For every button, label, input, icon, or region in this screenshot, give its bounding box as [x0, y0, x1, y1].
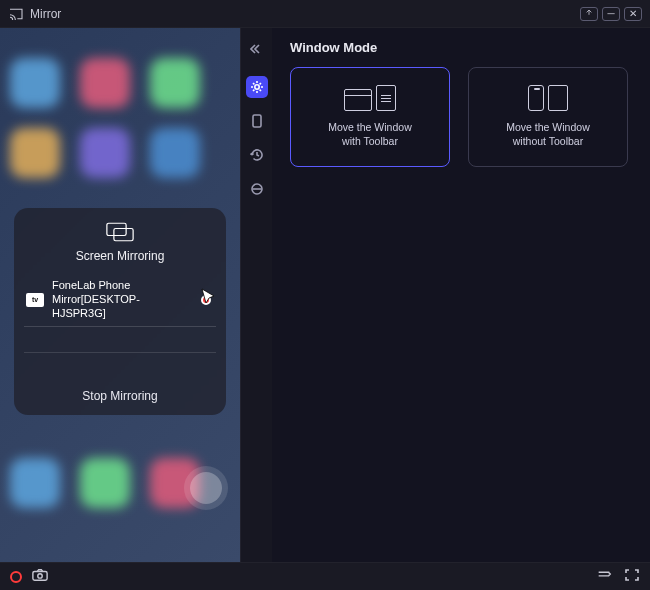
app-cast-icon	[8, 6, 24, 22]
screenshot-button[interactable]	[32, 568, 48, 585]
phone-mirror-pane: Screen Mirroring tv FoneLab Phone Mirror…	[0, 28, 240, 562]
svg-rect-3	[253, 115, 261, 127]
mirroring-device-row[interactable]: tv FoneLab Phone Mirror[DESKTOP-HJSPR3G]	[24, 273, 216, 327]
section-title: Window Mode	[290, 40, 632, 55]
svg-point-2	[254, 85, 258, 89]
card-label: Move the Window without Toolbar	[506, 121, 589, 148]
tab-device[interactable]	[246, 110, 268, 132]
footer-bar	[0, 562, 650, 590]
svg-rect-0	[107, 223, 126, 235]
window-mode-card-without-toolbar[interactable]: Move the Window without Toolbar	[468, 67, 628, 167]
minimize-button[interactable]: ─	[602, 7, 620, 21]
titlebar: Mirror ─ ✕	[0, 0, 650, 28]
close-button[interactable]: ✕	[624, 7, 642, 21]
card-label: Move the Window with Toolbar	[328, 121, 411, 148]
mirroring-icon	[106, 222, 134, 242]
without-toolbar-icon	[528, 85, 568, 111]
pin-button[interactable]	[580, 7, 598, 21]
tv-icon: tv	[26, 293, 44, 307]
list-toggle-button[interactable]	[596, 568, 612, 585]
stop-mirroring-button[interactable]: Stop Mirroring	[24, 379, 216, 407]
window-mode-card-with-toolbar[interactable]: Move the Window with Toolbar	[290, 67, 450, 167]
screen-mirroring-label: Screen Mirroring	[24, 249, 216, 263]
settings-pane: Window Mode Move the Window with Toolbar…	[272, 28, 650, 562]
empty-device-row	[24, 353, 216, 379]
svg-point-6	[38, 574, 42, 578]
record-button[interactable]	[10, 571, 22, 583]
app-title: Mirror	[30, 7, 61, 21]
device-selected-indicator	[198, 292, 214, 308]
empty-device-row	[24, 327, 216, 353]
device-name: FoneLab Phone Mirror[DESKTOP-HJSPR3G]	[52, 279, 190, 320]
with-toolbar-icon	[344, 85, 396, 111]
collapse-icon[interactable]	[246, 38, 268, 60]
main-area: Screen Mirroring tv FoneLab Phone Mirror…	[0, 28, 650, 562]
svg-rect-5	[33, 571, 47, 580]
tab-settings[interactable]	[246, 76, 268, 98]
tab-brightness[interactable]	[246, 178, 268, 200]
screen-mirroring-panel: Screen Mirroring tv FoneLab Phone Mirror…	[14, 208, 226, 415]
assistive-touch-dot[interactable]	[190, 472, 222, 504]
svg-rect-1	[114, 229, 133, 241]
tab-history[interactable]	[246, 144, 268, 166]
side-tabs	[240, 28, 272, 562]
fullscreen-button[interactable]	[624, 568, 640, 585]
